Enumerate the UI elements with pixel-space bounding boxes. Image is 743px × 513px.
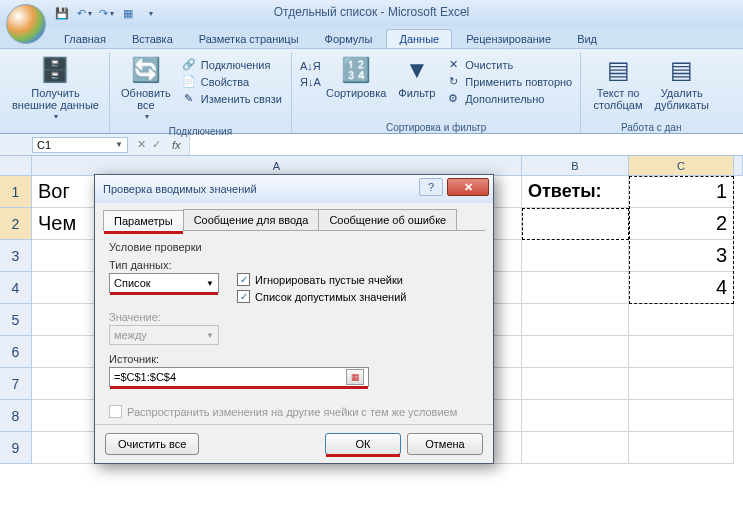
editlinks-icon: ✎ bbox=[181, 92, 197, 105]
col-header-B[interactable]: B bbox=[522, 156, 629, 176]
group-connections: 🔄 Обновить все 🔗Подключения 📄Свойства ✎И… bbox=[110, 53, 292, 133]
row-header[interactable]: 7 bbox=[0, 368, 32, 400]
sort-button[interactable]: 🔢 Сортировка bbox=[322, 53, 390, 106]
tab-home[interactable]: Главная bbox=[52, 30, 118, 48]
cell-B1[interactable]: Ответы: bbox=[522, 176, 629, 208]
cell-B8[interactable] bbox=[522, 400, 629, 432]
col-header-C[interactable]: C bbox=[629, 156, 734, 176]
group-label: Работа с дан bbox=[587, 120, 715, 133]
dialog-tab-parameters[interactable]: Параметры bbox=[103, 210, 184, 231]
btn-label: Удалить дубликаты bbox=[655, 87, 709, 111]
dialog-titlebar[interactable]: Проверка вводимых значений ? ✕ bbox=[95, 175, 493, 203]
reapply-button[interactable]: ↻Применить повторно bbox=[443, 74, 574, 89]
fx-icon[interactable]: fx bbox=[172, 139, 181, 151]
group-label: Сортировка и фильтр bbox=[298, 120, 574, 133]
sort-desc-button[interactable]: Я↓А bbox=[298, 75, 318, 89]
cell-C3[interactable]: 3 bbox=[629, 240, 734, 272]
clear-all-button[interactable]: Очистить все bbox=[105, 433, 199, 455]
redo-icon[interactable]: ↷ bbox=[98, 5, 114, 21]
cell-B3[interactable] bbox=[522, 240, 629, 272]
save-icon[interactable]: 💾 bbox=[54, 5, 70, 21]
dialog-tab-input-message[interactable]: Сообщение для ввода bbox=[183, 209, 320, 230]
checkbox-icon: ✓ bbox=[237, 273, 250, 286]
connections-button[interactable]: 🔗Подключения bbox=[179, 57, 284, 72]
undo-icon[interactable]: ↶ bbox=[76, 5, 92, 21]
tab-insert[interactable]: Вставка bbox=[120, 30, 185, 48]
cell-B4[interactable] bbox=[522, 272, 629, 304]
cell-B7[interactable] bbox=[522, 368, 629, 400]
in-cell-dropdown-checkbox[interactable]: ✓Список допустимых значений bbox=[237, 290, 406, 303]
btn-label: Применить повторно bbox=[465, 76, 572, 88]
qat-customize-icon[interactable] bbox=[142, 5, 158, 21]
row-header[interactable]: 8 bbox=[0, 400, 32, 432]
dialog-title: Проверка вводимых значений bbox=[103, 183, 257, 195]
cell-C5[interactable] bbox=[629, 304, 734, 336]
office-button[interactable] bbox=[6, 4, 46, 44]
tab-data[interactable]: Данные bbox=[386, 29, 452, 48]
cell-C1[interactable]: 1 bbox=[629, 176, 734, 208]
type-value: Список bbox=[114, 277, 151, 289]
group-data-tools: ▤ Текст по столбцам ▤ Удалить дубликаты … bbox=[581, 53, 721, 133]
remove-duplicates-button[interactable]: ▤ Удалить дубликаты bbox=[651, 53, 713, 113]
cell-C9[interactable] bbox=[629, 432, 734, 464]
row-header[interactable]: 5 bbox=[0, 304, 32, 336]
filter-button[interactable]: ▼ Фильтр bbox=[394, 53, 439, 106]
advanced-button[interactable]: ⚙Дополнительно bbox=[443, 91, 574, 106]
dialog-close-button[interactable]: ✕ bbox=[447, 178, 489, 196]
col-header-extra[interactable] bbox=[734, 156, 743, 176]
text-to-columns-button[interactable]: ▤ Текст по столбцам bbox=[590, 53, 647, 113]
range-picker-button[interactable]: ▦ bbox=[346, 369, 364, 385]
row-header[interactable]: 3 bbox=[0, 240, 32, 272]
cell-B2[interactable] bbox=[522, 208, 629, 240]
row-header[interactable]: 9 bbox=[0, 432, 32, 464]
formula-input[interactable] bbox=[189, 134, 743, 155]
sort-asc-button[interactable]: А↓Я bbox=[298, 59, 318, 73]
ribbon-tabs: Главная Вставка Разметка страницы Формул… bbox=[52, 26, 743, 48]
source-input[interactable]: =$C$1:$C$4 ▦ bbox=[109, 367, 369, 387]
row-header[interactable]: 2 bbox=[0, 208, 32, 240]
tab-formulas[interactable]: Формулы bbox=[313, 30, 385, 48]
dialog-help-button[interactable]: ? bbox=[419, 178, 443, 196]
refresh-all-button[interactable]: 🔄 Обновить все bbox=[117, 53, 175, 124]
cell-B5[interactable] bbox=[522, 304, 629, 336]
row-header[interactable]: 1 bbox=[0, 176, 32, 208]
confirm-icon[interactable]: ✓ bbox=[152, 138, 161, 151]
cell-B6[interactable] bbox=[522, 336, 629, 368]
dialog-tab-error-alert[interactable]: Сообщение об ошибке bbox=[318, 209, 457, 230]
cell-C8[interactable] bbox=[629, 400, 734, 432]
cell-B9[interactable] bbox=[522, 432, 629, 464]
qat-item-icon[interactable]: ▦ bbox=[120, 5, 136, 21]
btn-label: ОК bbox=[356, 438, 371, 450]
chevron-down-icon: ▼ bbox=[206, 331, 214, 340]
chevron-down-icon[interactable]: ▼ bbox=[115, 140, 123, 149]
ignore-blank-checkbox[interactable]: ✓Игнорировать пустые ячейки bbox=[237, 273, 406, 286]
cancel-icon[interactable]: ✕ bbox=[137, 138, 146, 151]
chk-label: Распространить изменения на другие ячейк… bbox=[127, 406, 457, 418]
select-all-button[interactable] bbox=[0, 156, 32, 176]
get-external-data-button[interactable]: 🗄️ Получить внешние данные bbox=[8, 53, 103, 124]
properties-button[interactable]: 📄Свойства bbox=[179, 74, 284, 89]
btn-label: Текст по столбцам bbox=[594, 87, 643, 111]
col-header-A[interactable]: A bbox=[32, 156, 522, 176]
data-validation-dialog: Проверка вводимых значений ? ✕ Параметры… bbox=[94, 174, 494, 464]
tab-view[interactable]: Вид bbox=[565, 30, 609, 48]
group-label: Подключения bbox=[116, 124, 285, 137]
group-sort-filter: А↓Я Я↓А 🔢 Сортировка ▼ Фильтр ✕Очистить … bbox=[292, 53, 581, 133]
cell-C4[interactable]: 4 bbox=[629, 272, 734, 304]
clear-button[interactable]: ✕Очистить bbox=[443, 57, 574, 72]
row-header[interactable]: 6 bbox=[0, 336, 32, 368]
cell-C7[interactable] bbox=[629, 368, 734, 400]
row-header[interactable]: 4 bbox=[0, 272, 32, 304]
refresh-icon: 🔄 bbox=[131, 55, 161, 85]
cell-C6[interactable] bbox=[629, 336, 734, 368]
btn-label: Фильтр bbox=[398, 87, 435, 99]
ok-button[interactable]: ОК bbox=[325, 433, 401, 455]
cancel-button[interactable]: Отмена bbox=[407, 433, 483, 455]
edit-links-button[interactable]: ✎Изменить связи bbox=[179, 91, 284, 106]
source-value: =$C$1:$C$4 bbox=[114, 371, 176, 383]
type-select[interactable]: Список ▼ bbox=[109, 273, 219, 293]
cell-C2[interactable]: 2 bbox=[629, 208, 734, 240]
tab-review[interactable]: Рецензирование bbox=[454, 30, 563, 48]
tab-pagelayout[interactable]: Разметка страницы bbox=[187, 30, 311, 48]
name-box[interactable]: C1 ▼ bbox=[32, 137, 128, 153]
